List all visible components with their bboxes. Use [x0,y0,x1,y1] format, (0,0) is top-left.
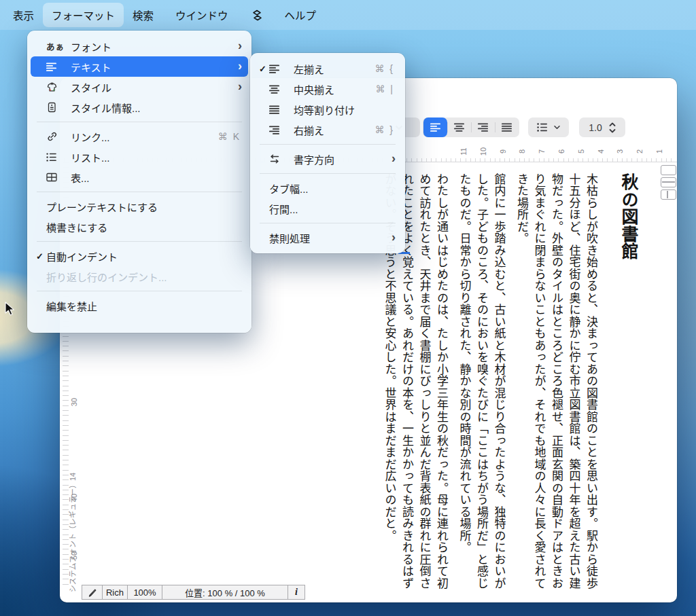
ruler-mark: 5 [576,146,587,157]
align-right-icon [269,126,294,134]
list-icon [46,153,71,162]
font-info-label: システムフォント（レギュラー）14 [67,465,76,600]
menu-item-make-horizontal[interactable]: 横書きにする [31,217,248,237]
align-right-icon [478,123,489,132]
ruler-mark: 6 [556,146,567,157]
menu-item-table[interactable]: 表... [31,167,248,187]
menu-help[interactable]: ヘルプ [276,3,326,27]
justify-icon [269,105,294,114]
align-right-button[interactable] [471,117,495,137]
menu-window[interactable]: ウインドウ [167,3,237,27]
menu-item-style[interactable]: スタイル › [31,77,248,97]
menu-item-align-right[interactable]: 右揃え ⌘ } [254,120,402,140]
ruler-mark: 11 [458,146,469,157]
text-lines-icon [46,62,71,71]
menu-item-kinsoku[interactable]: 禁則処理 › [254,228,402,248]
ruler-mark: 7 [536,146,547,157]
page-view-switcher [661,165,676,200]
ruler-mark: 3 [614,146,625,157]
menu-search[interactable]: 検索 [124,3,162,27]
submenu-arrow-icon: › [392,231,396,243]
menu-item-writing-direction[interactable]: 書字方向 › [254,149,402,169]
align-center-icon [454,123,465,132]
menu-separator [37,122,242,122]
menu-item-link[interactable]: リンク... ⌘ K [31,126,248,147]
document-title: 秋の図書館 [617,173,640,590]
stepper-icon [609,122,616,133]
edit-mode-button[interactable] [82,585,103,600]
menu-separator [260,223,396,223]
font-icon: あぁ [46,40,71,53]
ruler-mark: 1 [654,146,665,157]
ruler-mark: 10 [478,146,489,157]
shortcut-label: ⌘ K [218,131,241,142]
menu-separator [37,291,242,291]
submenu-arrow-icon: › [238,60,242,72]
shortcut-label: ⌘ | [375,84,394,94]
menu-item-align-center[interactable]: 中央揃え ⌘ | [254,79,402,99]
jacket-icon [46,81,71,92]
menu-separator [260,173,396,174]
ruler-mark: 30 [70,394,78,410]
chevron-down-icon [553,125,561,130]
single-page-icon[interactable] [661,165,676,175]
mode-indicator[interactable]: Rich [102,585,128,600]
ruler-mark: 2 [634,146,645,157]
menu-bar: 表示 フォーマット 検索 ウインドウ ヘルプ [0,0,696,30]
ruler-mark: 4 [595,146,606,157]
justify-icon [502,123,512,132]
mouse-cursor [4,302,18,319]
position-indicator: 位置: 100 % / 100 % [162,585,288,600]
style-info-icon [46,102,71,113]
link-icon [46,131,71,142]
submenu-arrow-icon: › [392,152,396,164]
list-icon [537,123,548,132]
list-style-dropdown[interactable] [528,117,569,137]
shortcuts-menu-icon[interactable] [244,10,271,21]
menu-item-text[interactable]: テキスト › [31,56,248,77]
pencil-icon [88,587,97,597]
document-paragraph: 館内に一歩踏み込むと、古い紙と木材が混じり合ったような、独特のにおいがした。子ど… [455,173,508,590]
align-left-icon [269,65,294,73]
menu-item-justify[interactable]: 均等割り付け [254,99,402,120]
menu-item-wrap-indent: 折り返し行のインデント... [31,266,248,287]
checkmark-icon: ✓ [259,64,269,74]
two-row-page-icon[interactable] [661,177,676,187]
writing-direction-icon [269,154,294,164]
align-left-button[interactable] [423,117,447,137]
shortcut-label: ⌘ } [375,124,394,135]
menu-view[interactable]: 表示 [4,3,43,27]
submenu-arrow-icon: › [238,80,242,92]
menu-item-auto-indent[interactable]: ✓ 自動インデント [31,246,248,266]
status-bar: Rich 100% 位置: 100 % / 100 % i [60,585,677,600]
menu-item-tab-width[interactable]: タブ幅... [254,178,402,198]
table-icon [46,173,71,182]
info-button[interactable]: i [288,585,305,600]
alignment-segmented-control [423,117,519,137]
align-center-icon [269,85,294,94]
menu-item-line-spacing[interactable]: 行間... [254,198,402,219]
menu-item-make-plain-text[interactable]: プレーンテキストにする [31,196,248,217]
checkmark-icon: ✓ [36,251,46,261]
menu-item-style-info[interactable]: スタイル情報... [31,97,248,117]
two-column-page-icon[interactable] [661,189,676,200]
format-menu-panel: あぁ フォント › テキスト › スタイル › スタイル情報... [27,31,251,333]
shortcut-label: ⌘ { [375,63,394,74]
text-submenu-panel: ✓ 左揃え ⌘ { 中央揃え ⌘ | 均等割り付け 右揃え ⌘ } 書字方向 › [250,53,405,253]
menu-separator [37,241,242,242]
ruler-mark: 9 [498,146,508,157]
zoom-indicator[interactable]: 100% [127,585,162,600]
menu-item-prevent-editing[interactable]: 編集を禁止 [31,295,248,316]
document-paragraph: 木枯らしが吹き始めると、決まってあの図書館のことを思い出す。駅から徒歩十五分ほど… [513,173,600,590]
menu-separator [260,144,396,145]
align-center-button[interactable] [447,117,471,137]
menu-format[interactable]: フォーマット [43,3,124,27]
menu-separator [37,192,242,192]
menu-item-align-left[interactable]: ✓ 左揃え ⌘ { [254,58,402,79]
submenu-arrow-icon: › [238,39,242,52]
ruler-mark: 8 [517,146,527,157]
line-spacing-stepper[interactable]: 1.0 [579,117,625,137]
justify-button[interactable] [495,117,519,137]
menu-item-list[interactable]: リスト... [31,147,248,167]
menu-item-font[interactable]: あぁ フォント › [31,36,248,56]
